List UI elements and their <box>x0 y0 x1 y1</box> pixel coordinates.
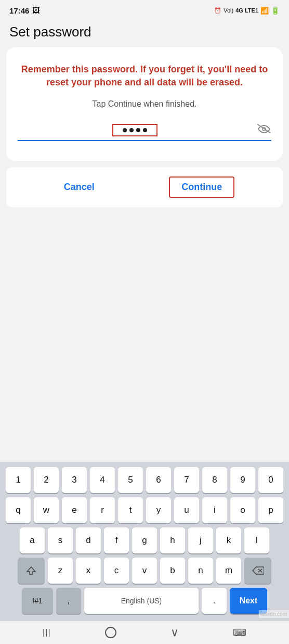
key-x[interactable]: x <box>76 558 101 584</box>
keyboard: 1 2 3 4 5 6 7 8 9 0 q w e r t y u i o p … <box>0 462 289 621</box>
page-title: Set password <box>9 24 280 40</box>
key-t[interactable]: t <box>118 497 143 523</box>
key-k[interactable]: k <box>216 527 241 553</box>
key-z[interactable]: z <box>48 558 73 584</box>
nav-bar: ||| ∨ ⌨ <box>0 621 289 644</box>
qwerty-row: q w e r t y u i o p <box>3 497 286 523</box>
key-r[interactable]: r <box>90 497 115 523</box>
content-card: Remember this password. If you forget it… <box>6 47 283 161</box>
key-n[interactable]: n <box>188 558 213 584</box>
key-w[interactable]: w <box>34 497 59 523</box>
key-j[interactable]: j <box>188 527 213 553</box>
password-input-row <box>18 123 271 141</box>
key-g[interactable]: g <box>132 527 157 553</box>
period-key[interactable]: . <box>202 588 227 614</box>
zxcv-row: z x c v b n m <box>3 558 286 584</box>
key-m[interactable]: m <box>216 558 241 584</box>
key-9[interactable]: 9 <box>230 467 255 493</box>
symbols-key[interactable]: !#1 <box>22 588 53 614</box>
key-y[interactable]: y <box>146 497 171 523</box>
cancel-button[interactable]: Cancel <box>55 178 104 197</box>
password-field-wrapper[interactable] <box>18 124 252 136</box>
key-q[interactable]: q <box>6 497 31 523</box>
key-h[interactable]: h <box>160 527 185 553</box>
eye-toggle-icon[interactable] <box>257 123 271 137</box>
warning-text: Remember this password. If you forget it… <box>18 63 271 89</box>
dot-4 <box>143 128 147 132</box>
dot-3 <box>136 128 140 132</box>
key-0[interactable]: 0 <box>258 467 283 493</box>
key-5[interactable]: 5 <box>118 467 143 493</box>
key-f[interactable]: f <box>104 527 129 553</box>
number-row: 1 2 3 4 5 6 7 8 9 0 <box>3 467 286 493</box>
keyboard-nav-icon[interactable]: ⌨ <box>233 627 246 638</box>
key-3[interactable]: 3 <box>62 467 87 493</box>
key-6[interactable]: 6 <box>146 467 171 493</box>
continue-button[interactable]: Continue <box>169 176 234 198</box>
status-bar: 17:46 🖼 ⏰ Vol) 4G LTE1 📶 🔋 <box>0 0 289 19</box>
battery-icon: 🔋 <box>271 6 280 15</box>
svg-marker-1 <box>27 567 35 574</box>
key-7[interactable]: 7 <box>174 467 199 493</box>
watermark: wsxdn.com <box>259 610 289 618</box>
key-c[interactable]: c <box>104 558 129 584</box>
key-u[interactable]: u <box>174 497 199 523</box>
photo-icon: 🖼 <box>32 6 40 15</box>
signal-icon: 📶 <box>260 7 269 15</box>
home-nav-icon[interactable] <box>105 627 116 638</box>
network-label: 4G LTE1 <box>235 7 258 14</box>
dot-2 <box>129 128 134 132</box>
key-e[interactable]: e <box>62 497 87 523</box>
space-key[interactable]: English (US) <box>84 588 199 614</box>
back-nav-icon[interactable]: ||| <box>43 628 50 637</box>
key-2[interactable]: 2 <box>34 467 59 493</box>
key-v[interactable]: v <box>132 558 157 584</box>
vol-label: Vol) <box>224 7 233 14</box>
shift-key[interactable] <box>18 558 45 584</box>
key-4[interactable]: 4 <box>90 467 115 493</box>
delete-key[interactable] <box>244 558 271 584</box>
password-dots-box[interactable] <box>112 124 157 136</box>
instruction-text: Tap Continue when finished. <box>18 99 271 109</box>
comma-key[interactable]: , <box>56 588 81 614</box>
alarm-icon: ⏰ <box>214 7 221 14</box>
key-p[interactable]: p <box>258 497 283 523</box>
key-d[interactable]: d <box>76 527 101 553</box>
key-1[interactable]: 1 <box>6 467 31 493</box>
status-time: 17:46 <box>9 6 29 15</box>
key-o[interactable]: o <box>230 497 255 523</box>
key-b[interactable]: b <box>160 558 185 584</box>
asdf-row: a s d f g h j k l <box>3 527 286 553</box>
key-s[interactable]: s <box>48 527 73 553</box>
bottom-row: !#1 , English (US) . Next <box>3 588 286 614</box>
action-buttons: Cancel Continue <box>6 167 283 207</box>
key-8[interactable]: 8 <box>202 467 227 493</box>
dot-1 <box>123 128 127 132</box>
status-icons: ⏰ Vol) 4G LTE1 📶 🔋 <box>214 6 280 15</box>
key-a[interactable]: a <box>20 527 45 553</box>
page-title-bar: Set password <box>0 19 289 47</box>
key-l[interactable]: l <box>244 527 269 553</box>
key-i[interactable]: i <box>202 497 227 523</box>
recent-nav-icon[interactable]: ∨ <box>170 626 179 639</box>
